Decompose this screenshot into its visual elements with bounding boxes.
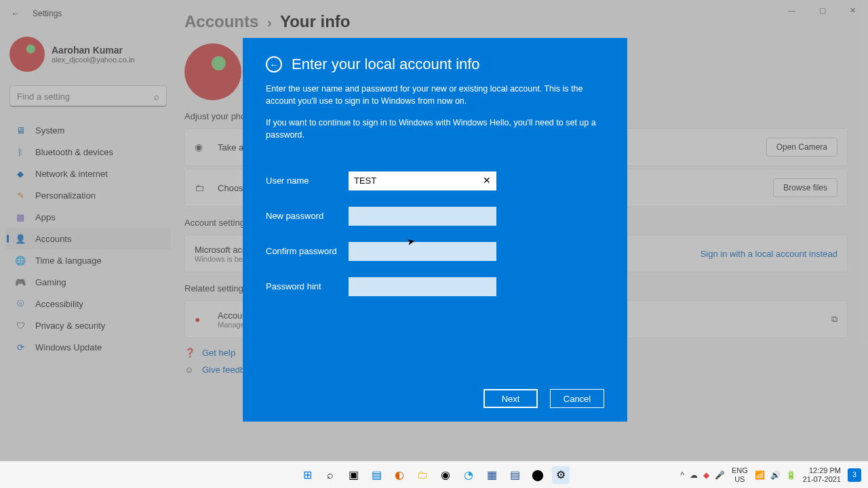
modal-desc-1: Enter the user name and password for you… xyxy=(266,83,604,107)
taskbar: ⊞ ⌕ ▣ ▤ ◐ 🗀 ◉ ◔ ▦ ▤ ⬤ ⚙ ^ ☁ ◆ 🎤 ENG US 📶… xyxy=(0,461,868,488)
password-hint-input[interactable] xyxy=(349,277,496,296)
wifi-tray-icon: 📶 xyxy=(755,470,765,480)
cancel-button[interactable]: Cancel xyxy=(550,389,604,408)
mic-icon[interactable]: 🎤 xyxy=(715,470,725,480)
chevron-up-icon[interactable]: ^ xyxy=(680,470,684,480)
confirm-password-input-wrap xyxy=(349,242,496,261)
username-label: User name xyxy=(266,176,349,186)
next-button[interactable]: Next xyxy=(484,389,538,408)
widgets-button[interactable]: ▤ xyxy=(368,466,385,484)
new-password-input[interactable] xyxy=(349,207,496,226)
notification-badge[interactable]: 3 xyxy=(848,468,861,482)
clear-icon[interactable]: ✕ xyxy=(480,174,494,187)
settings-taskbar-icon[interactable]: ⚙ xyxy=(552,466,570,484)
obs-icon[interactable]: ⬤ xyxy=(529,466,547,484)
local-account-modal: ← Enter your local account info Enter th… xyxy=(243,38,627,422)
modal-desc-2: If you want to continue to sign in to Wi… xyxy=(266,117,604,141)
new-password-label: New password xyxy=(266,211,349,221)
network-volume-tray[interactable]: 📶 🔊 🔋 xyxy=(755,470,796,480)
new-password-input-wrap xyxy=(349,207,496,226)
clock[interactable]: 12:29 PM 21-07-2021 xyxy=(803,466,841,483)
battery-icon: 🔋 xyxy=(786,470,796,480)
onedrive-icon[interactable]: ☁ xyxy=(690,470,698,480)
language-indicator[interactable]: ENG US xyxy=(732,466,748,483)
username-input[interactable] xyxy=(349,171,496,190)
start-button[interactable]: ⊞ xyxy=(298,466,316,484)
word-icon[interactable]: ▦ xyxy=(483,466,500,484)
password-hint-input-wrap xyxy=(349,277,496,296)
search-button[interactable]: ⌕ xyxy=(321,466,339,484)
taskbar-right: ^ ☁ ◆ 🎤 ENG US 📶 🔊 🔋 12:29 PM 21-07-2021… xyxy=(680,466,861,483)
explorer-icon[interactable]: 🗀 xyxy=(414,466,431,484)
firefox-icon[interactable]: ◐ xyxy=(391,466,408,484)
tray-app-icon[interactable]: ◆ xyxy=(703,470,709,480)
system-tray[interactable]: ^ ☁ ◆ 🎤 xyxy=(680,470,725,480)
password-hint-label: Password hint xyxy=(266,281,349,291)
confirm-password-label: Confirm password xyxy=(266,246,349,256)
username-input-wrap: ✕ xyxy=(349,171,496,190)
app-icon[interactable]: ▤ xyxy=(506,466,524,484)
cursor-icon: ➤ xyxy=(406,235,416,247)
taskview-button[interactable]: ▣ xyxy=(344,466,362,484)
volume-icon: 🔊 xyxy=(770,470,781,480)
modal-title: Enter your local account info xyxy=(292,56,480,73)
chrome-icon[interactable]: ◉ xyxy=(437,466,454,484)
modal-back-button[interactable]: ← xyxy=(266,56,282,73)
edge-icon[interactable]: ◔ xyxy=(460,466,477,484)
taskbar-center: ⊞ ⌕ ▣ ▤ ◐ 🗀 ◉ ◔ ▦ ▤ ⬤ ⚙ xyxy=(298,466,570,484)
confirm-password-input[interactable] xyxy=(349,242,496,261)
